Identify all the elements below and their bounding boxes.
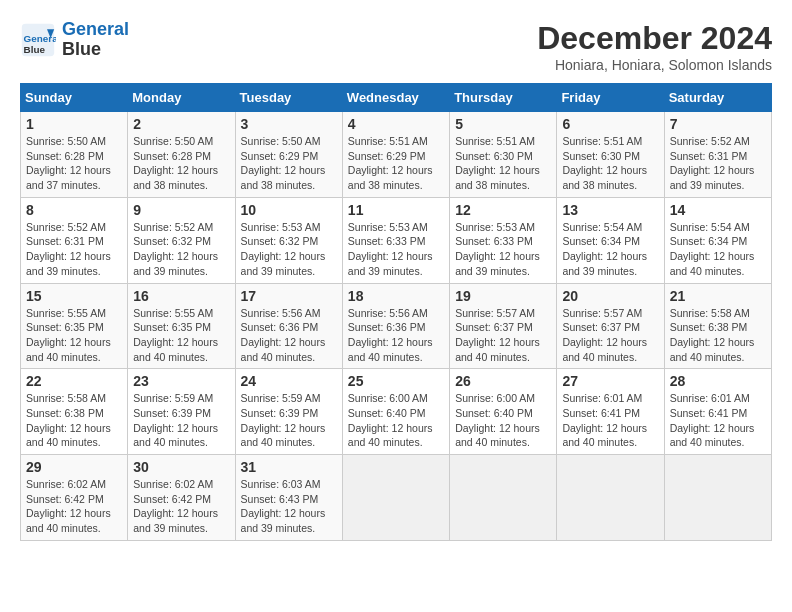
day-number: 17 [241, 288, 337, 304]
day-number: 23 [133, 373, 229, 389]
column-header-wednesday: Wednesday [342, 84, 449, 112]
day-number: 18 [348, 288, 444, 304]
calendar-cell: 10Sunrise: 5:53 AM Sunset: 6:32 PM Dayli… [235, 197, 342, 283]
day-info: Sunrise: 5:53 AM Sunset: 6:32 PM Dayligh… [241, 220, 337, 279]
day-number: 14 [670, 202, 766, 218]
column-header-tuesday: Tuesday [235, 84, 342, 112]
day-number: 25 [348, 373, 444, 389]
day-number: 6 [562, 116, 658, 132]
calendar-cell: 29Sunrise: 6:02 AM Sunset: 6:42 PM Dayli… [21, 455, 128, 541]
day-info: Sunrise: 5:50 AM Sunset: 6:28 PM Dayligh… [26, 134, 122, 193]
column-header-thursday: Thursday [450, 84, 557, 112]
day-info: Sunrise: 5:51 AM Sunset: 6:30 PM Dayligh… [455, 134, 551, 193]
day-number: 1 [26, 116, 122, 132]
calendar-cell: 17Sunrise: 5:56 AM Sunset: 6:36 PM Dayli… [235, 283, 342, 369]
day-info: Sunrise: 5:58 AM Sunset: 6:38 PM Dayligh… [26, 391, 122, 450]
calendar-cell: 2Sunrise: 5:50 AM Sunset: 6:28 PM Daylig… [128, 112, 235, 198]
calendar-cell: 7Sunrise: 5:52 AM Sunset: 6:31 PM Daylig… [664, 112, 771, 198]
day-info: Sunrise: 5:54 AM Sunset: 6:34 PM Dayligh… [670, 220, 766, 279]
logo: General Blue General Blue [20, 20, 129, 60]
day-info: Sunrise: 5:53 AM Sunset: 6:33 PM Dayligh… [348, 220, 444, 279]
calendar-cell: 5Sunrise: 5:51 AM Sunset: 6:30 PM Daylig… [450, 112, 557, 198]
calendar-cell: 9Sunrise: 5:52 AM Sunset: 6:32 PM Daylig… [128, 197, 235, 283]
day-info: Sunrise: 5:56 AM Sunset: 6:36 PM Dayligh… [241, 306, 337, 365]
day-info: Sunrise: 5:52 AM Sunset: 6:31 PM Dayligh… [26, 220, 122, 279]
page-header: General Blue General Blue December 2024 … [20, 20, 772, 73]
calendar-week-3: 15Sunrise: 5:55 AM Sunset: 6:35 PM Dayli… [21, 283, 772, 369]
day-number: 28 [670, 373, 766, 389]
day-number: 19 [455, 288, 551, 304]
calendar-cell [342, 455, 449, 541]
logo-line2: Blue [62, 39, 101, 59]
calendar-cell [450, 455, 557, 541]
calendar-cell: 4Sunrise: 5:51 AM Sunset: 6:29 PM Daylig… [342, 112, 449, 198]
day-number: 24 [241, 373, 337, 389]
location-subtitle: Honiara, Honiara, Solomon Islands [537, 57, 772, 73]
calendar-cell: 28Sunrise: 6:01 AM Sunset: 6:41 PM Dayli… [664, 369, 771, 455]
calendar-cell: 21Sunrise: 5:58 AM Sunset: 6:38 PM Dayli… [664, 283, 771, 369]
calendar-week-5: 29Sunrise: 6:02 AM Sunset: 6:42 PM Dayli… [21, 455, 772, 541]
calendar-header: SundayMondayTuesdayWednesdayThursdayFrid… [21, 84, 772, 112]
day-info: Sunrise: 5:52 AM Sunset: 6:31 PM Dayligh… [670, 134, 766, 193]
day-info: Sunrise: 6:00 AM Sunset: 6:40 PM Dayligh… [348, 391, 444, 450]
day-info: Sunrise: 6:00 AM Sunset: 6:40 PM Dayligh… [455, 391, 551, 450]
day-number: 4 [348, 116, 444, 132]
day-number: 8 [26, 202, 122, 218]
calendar-cell: 22Sunrise: 5:58 AM Sunset: 6:38 PM Dayli… [21, 369, 128, 455]
column-header-sunday: Sunday [21, 84, 128, 112]
day-number: 3 [241, 116, 337, 132]
day-info: Sunrise: 5:57 AM Sunset: 6:37 PM Dayligh… [455, 306, 551, 365]
day-number: 29 [26, 459, 122, 475]
day-number: 21 [670, 288, 766, 304]
day-info: Sunrise: 6:02 AM Sunset: 6:42 PM Dayligh… [26, 477, 122, 536]
calendar-cell [557, 455, 664, 541]
day-info: Sunrise: 5:57 AM Sunset: 6:37 PM Dayligh… [562, 306, 658, 365]
calendar-week-4: 22Sunrise: 5:58 AM Sunset: 6:38 PM Dayli… [21, 369, 772, 455]
calendar-cell: 20Sunrise: 5:57 AM Sunset: 6:37 PM Dayli… [557, 283, 664, 369]
calendar-cell: 16Sunrise: 5:55 AM Sunset: 6:35 PM Dayli… [128, 283, 235, 369]
day-number: 20 [562, 288, 658, 304]
day-info: Sunrise: 5:55 AM Sunset: 6:35 PM Dayligh… [133, 306, 229, 365]
day-info: Sunrise: 6:01 AM Sunset: 6:41 PM Dayligh… [670, 391, 766, 450]
day-number: 26 [455, 373, 551, 389]
calendar-week-2: 8Sunrise: 5:52 AM Sunset: 6:31 PM Daylig… [21, 197, 772, 283]
calendar-cell: 13Sunrise: 5:54 AM Sunset: 6:34 PM Dayli… [557, 197, 664, 283]
column-header-monday: Monday [128, 84, 235, 112]
day-number: 7 [670, 116, 766, 132]
calendar-cell: 15Sunrise: 5:55 AM Sunset: 6:35 PM Dayli… [21, 283, 128, 369]
calendar-cell: 26Sunrise: 6:00 AM Sunset: 6:40 PM Dayli… [450, 369, 557, 455]
calendar-cell: 8Sunrise: 5:52 AM Sunset: 6:31 PM Daylig… [21, 197, 128, 283]
day-number: 12 [455, 202, 551, 218]
calendar-cell: 30Sunrise: 6:02 AM Sunset: 6:42 PM Dayli… [128, 455, 235, 541]
calendar-cell: 3Sunrise: 5:50 AM Sunset: 6:29 PM Daylig… [235, 112, 342, 198]
svg-text:Blue: Blue [24, 43, 46, 54]
day-info: Sunrise: 5:51 AM Sunset: 6:29 PM Dayligh… [348, 134, 444, 193]
day-info: Sunrise: 6:02 AM Sunset: 6:42 PM Dayligh… [133, 477, 229, 536]
calendar-cell: 19Sunrise: 5:57 AM Sunset: 6:37 PM Dayli… [450, 283, 557, 369]
day-info: Sunrise: 6:01 AM Sunset: 6:41 PM Dayligh… [562, 391, 658, 450]
calendar-cell: 25Sunrise: 6:00 AM Sunset: 6:40 PM Dayli… [342, 369, 449, 455]
calendar-cell: 14Sunrise: 5:54 AM Sunset: 6:34 PM Dayli… [664, 197, 771, 283]
column-header-friday: Friday [557, 84, 664, 112]
day-info: Sunrise: 5:59 AM Sunset: 6:39 PM Dayligh… [241, 391, 337, 450]
day-info: Sunrise: 5:56 AM Sunset: 6:36 PM Dayligh… [348, 306, 444, 365]
day-number: 16 [133, 288, 229, 304]
day-info: Sunrise: 5:50 AM Sunset: 6:28 PM Dayligh… [133, 134, 229, 193]
day-number: 5 [455, 116, 551, 132]
calendar-cell [664, 455, 771, 541]
calendar-cell: 27Sunrise: 6:01 AM Sunset: 6:41 PM Dayli… [557, 369, 664, 455]
calendar-cell: 11Sunrise: 5:53 AM Sunset: 6:33 PM Dayli… [342, 197, 449, 283]
logo-icon: General Blue [20, 22, 56, 58]
day-number: 15 [26, 288, 122, 304]
day-number: 9 [133, 202, 229, 218]
month-title: December 2024 [537, 20, 772, 57]
logo-line1: General [62, 19, 129, 39]
day-number: 13 [562, 202, 658, 218]
day-number: 27 [562, 373, 658, 389]
calendar-cell: 1Sunrise: 5:50 AM Sunset: 6:28 PM Daylig… [21, 112, 128, 198]
title-block: December 2024 Honiara, Honiara, Solomon … [537, 20, 772, 73]
day-number: 31 [241, 459, 337, 475]
calendar-cell: 6Sunrise: 5:51 AM Sunset: 6:30 PM Daylig… [557, 112, 664, 198]
column-header-saturday: Saturday [664, 84, 771, 112]
day-info: Sunrise: 5:51 AM Sunset: 6:30 PM Dayligh… [562, 134, 658, 193]
